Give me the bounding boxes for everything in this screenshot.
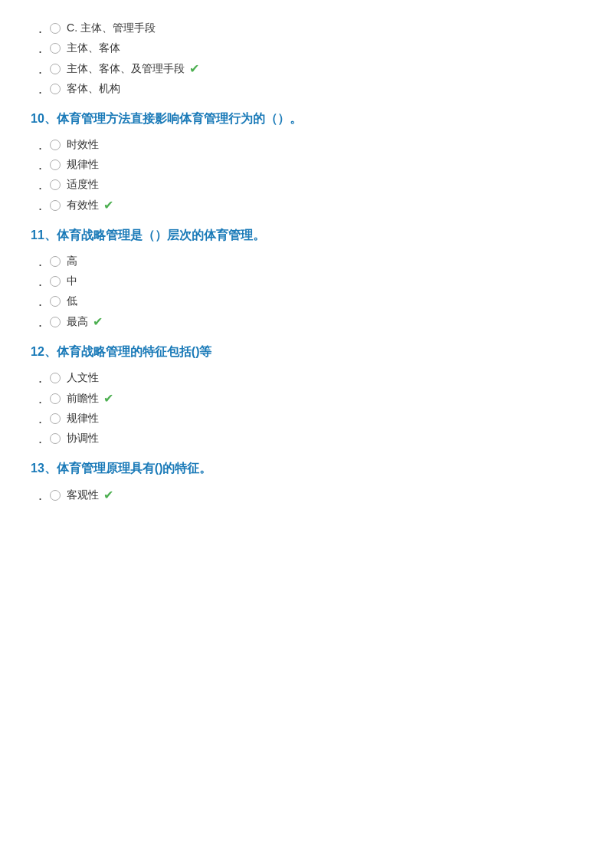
radio-button[interactable] <box>50 179 61 190</box>
radio-button[interactable] <box>50 159 61 170</box>
radio-button[interactable] <box>50 23 61 34</box>
radio-button[interactable] <box>50 317 61 327</box>
radio-button[interactable] <box>50 393 61 404</box>
dot: . <box>38 138 42 152</box>
radio-button[interactable] <box>50 413 61 424</box>
option-text: 高 <box>67 255 77 268</box>
option-text: 客观性 <box>67 488 99 502</box>
question-11: 11、体育战略管理是（）层次的体育管理。 . 高 . 中 . 低 . 最高 ✔ <box>31 228 582 329</box>
radio-button[interactable] <box>50 200 61 211</box>
dot: . <box>38 432 42 446</box>
option-row: . 人文性 <box>31 371 582 385</box>
radio-button[interactable] <box>50 373 61 383</box>
question-9-partial: . C. 主体、管理手段 . 主体、客体 . 主体、客体、及管理手段 ✔ . 客… <box>31 21 582 96</box>
radio-button[interactable] <box>50 43 61 54</box>
radio-button[interactable] <box>50 490 61 501</box>
option-text: C. 主体、管理手段 <box>67 21 156 35</box>
option-row: . 规律性 <box>31 158 582 172</box>
option-row: . 高 <box>31 255 582 268</box>
question-title: 11、体育战略管理是（）层次的体育管理。 <box>31 228 582 244</box>
correct-icon: ✔ <box>103 488 113 502</box>
dot: . <box>38 315 42 329</box>
radio-button[interactable] <box>50 140 61 150</box>
question-10: 10、体育管理方法直接影响体育管理行为的（）。 . 时效性 . 规律性 . 适度… <box>31 111 582 212</box>
option-text: 前瞻性 <box>67 392 99 406</box>
option-text: 低 <box>67 294 77 308</box>
radio-button[interactable] <box>50 256 61 267</box>
correct-icon: ✔ <box>103 198 113 212</box>
dot: . <box>38 294 42 308</box>
option-text: 人文性 <box>67 371 99 385</box>
option-text: 时效性 <box>67 138 99 152</box>
option-text: 规律性 <box>67 412 99 426</box>
option-text: 主体、客体 <box>67 41 120 55</box>
option-text: 适度性 <box>67 178 99 192</box>
question-13: 13、体育管理原理具有()的特征。 . 客观性 ✔ <box>31 461 582 502</box>
dot: . <box>38 41 42 55</box>
dot: . <box>38 275 42 288</box>
option-row: . C. 主体、管理手段 <box>31 21 582 35</box>
option-row: . 适度性 <box>31 178 582 192</box>
option-row: . 协调性 <box>31 432 582 446</box>
option-text: 规律性 <box>67 158 99 172</box>
dot: . <box>38 412 42 426</box>
dot: . <box>38 62 42 76</box>
question-title: 12、体育战略管理的特征包括()等 <box>31 344 582 360</box>
option-row: . 客观性 ✔ <box>31 488 582 502</box>
option-row: . 客体、机构 <box>31 82 582 96</box>
option-row: . 主体、客体 <box>31 41 582 55</box>
question-12: 12、体育战略管理的特征包括()等 . 人文性 . 前瞻性 ✔ . 规律性 . … <box>31 344 582 446</box>
option-row: . 中 <box>31 275 582 288</box>
option-text: 中 <box>67 275 77 288</box>
dot: . <box>38 255 42 268</box>
radio-button[interactable] <box>50 433 61 444</box>
dot: . <box>38 21 42 35</box>
option-row: . 主体、客体、及管理手段 ✔ <box>31 61 582 76</box>
correct-icon: ✔ <box>93 314 103 329</box>
correct-icon: ✔ <box>103 391 113 406</box>
dot: . <box>38 488 42 502</box>
question-title: 10、体育管理方法直接影响体育管理行为的（）。 <box>31 111 582 127</box>
radio-button[interactable] <box>50 296 61 307</box>
question-title: 13、体育管理原理具有()的特征。 <box>31 461 582 477</box>
dot: . <box>38 392 42 406</box>
option-row: . 规律性 <box>31 412 582 426</box>
option-row: . 低 <box>31 294 582 308</box>
radio-button[interactable] <box>50 64 61 74</box>
dot: . <box>38 371 42 385</box>
dot: . <box>38 178 42 192</box>
option-text: 客体、机构 <box>67 82 120 96</box>
option-row: . 有效性 ✔ <box>31 198 582 212</box>
radio-button[interactable] <box>50 276 61 287</box>
dot: . <box>38 82 42 96</box>
option-row: . 最高 ✔ <box>31 314 582 329</box>
option-text: 最高 <box>67 315 88 329</box>
option-row: . 时效性 <box>31 138 582 152</box>
option-text: 有效性 <box>67 199 99 212</box>
option-text: 协调性 <box>67 432 99 446</box>
option-text: 主体、客体、及管理手段 <box>67 62 185 76</box>
dot: . <box>38 199 42 212</box>
correct-icon: ✔ <box>189 61 199 76</box>
option-row: . 前瞻性 ✔ <box>31 391 582 406</box>
radio-button[interactable] <box>50 84 61 94</box>
dot: . <box>38 158 42 172</box>
